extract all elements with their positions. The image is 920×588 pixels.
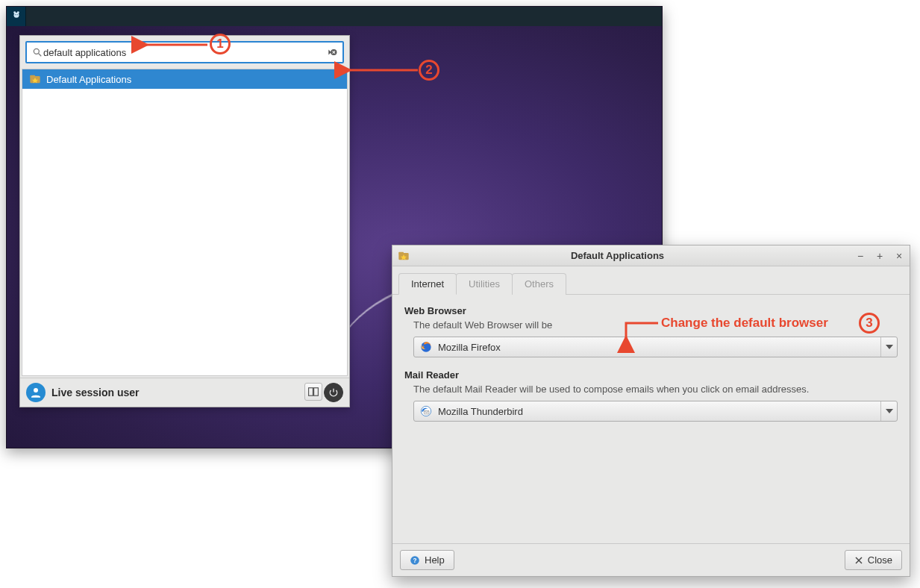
svg-point-2 xyxy=(16,11,19,13)
annotation-number-2: 2 xyxy=(425,63,432,78)
svg-point-13 xyxy=(34,388,38,392)
svg-text:?: ? xyxy=(413,557,417,563)
annotation-number-3: 3 xyxy=(866,316,872,331)
dialog-footer: ? Help Close xyxy=(392,543,910,576)
minimize-button[interactable]: − xyxy=(854,250,866,262)
tab-others[interactable]: Others xyxy=(512,273,566,295)
menu-footer: Live session user xyxy=(20,378,349,407)
help-icon: ? xyxy=(410,555,420,566)
close-window-button[interactable]: × xyxy=(893,250,905,262)
help-label: Help xyxy=(425,554,445,566)
svg-line-6 xyxy=(39,54,42,57)
thunderbird-icon xyxy=(419,404,434,419)
titlebar[interactable]: Default Applications − + × xyxy=(392,245,910,266)
svg-point-3 xyxy=(15,14,16,15)
chevron-down-icon xyxy=(880,337,897,357)
mail-reader-combo[interactable]: Mozilla Thunderbird xyxy=(413,401,898,422)
annotation-badge-1: 1 xyxy=(210,34,231,54)
clear-icon[interactable] xyxy=(326,46,338,58)
preferences-icon xyxy=(28,72,42,86)
tab-utilities[interactable]: Utilities xyxy=(456,273,513,295)
annotation-arrow-1 xyxy=(142,40,209,50)
avatar[interactable] xyxy=(26,383,46,402)
annotation-label-3: Change the default browser xyxy=(661,316,828,331)
mouse-icon xyxy=(11,11,22,22)
annotation-arrow-2 xyxy=(345,65,419,75)
help-button[interactable]: ? Help xyxy=(400,550,454,570)
svg-point-1 xyxy=(13,11,16,13)
firefox-icon xyxy=(419,340,434,354)
section-mail-reader-title: Mail Reader xyxy=(404,369,898,381)
close-label: Close xyxy=(868,554,892,566)
default-applications-dialog: Default Applications − + × Internet Util… xyxy=(392,245,910,577)
svg-point-5 xyxy=(34,49,39,54)
maximize-button[interactable]: + xyxy=(874,250,886,262)
svg-rect-14 xyxy=(309,388,313,396)
power-icon xyxy=(328,387,339,398)
section-web-browser-title: Web Browser xyxy=(404,305,898,316)
whisker-menu-popup: Default Applications Live session user xyxy=(19,35,350,407)
user-label: Live session user xyxy=(51,387,298,398)
annotation-number-1: 1 xyxy=(216,37,223,51)
svg-rect-15 xyxy=(314,388,319,396)
close-icon xyxy=(854,556,863,565)
result-label: Default Applications xyxy=(46,74,131,85)
chevron-down-icon xyxy=(880,401,897,421)
search-results: Default Applications xyxy=(22,69,348,376)
svg-rect-11 xyxy=(30,75,35,78)
annotation-badge-3: 3 xyxy=(859,313,880,334)
top-panel xyxy=(7,7,662,26)
whisker-menu-button[interactable] xyxy=(7,7,26,26)
tab-internet[interactable]: Internet xyxy=(398,273,457,295)
mail-reader-value: Mozilla Thunderbird xyxy=(438,406,880,417)
panel-icon xyxy=(308,387,319,396)
dialog-title: Default Applications xyxy=(387,250,848,261)
search-icon xyxy=(31,46,43,58)
annotation-badge-2: 2 xyxy=(419,60,439,81)
section-mail-reader-desc: The default Mail Reader will be used to … xyxy=(413,384,898,395)
power-button[interactable] xyxy=(324,383,343,402)
tab-bar: Internet Utilities Others xyxy=(392,266,910,295)
result-default-applications[interactable]: Default Applications xyxy=(22,69,347,89)
svg-point-4 xyxy=(16,14,17,15)
close-button[interactable]: Close xyxy=(845,550,902,570)
annotation-arrow-3 xyxy=(617,319,662,348)
settings-button[interactable] xyxy=(304,383,322,401)
